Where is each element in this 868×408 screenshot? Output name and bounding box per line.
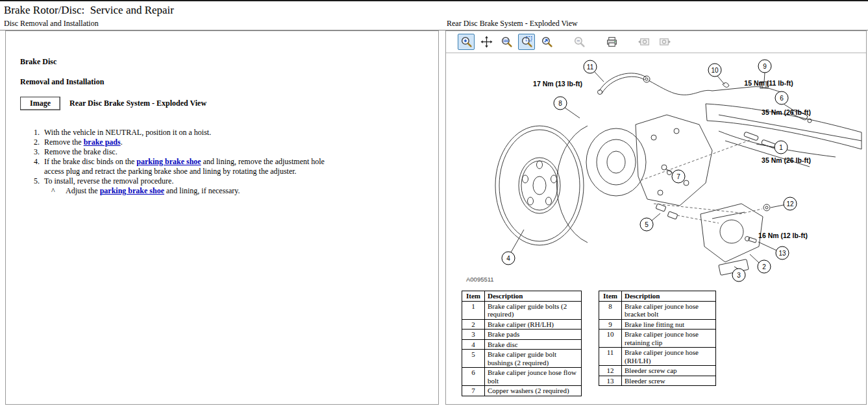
prev-image-icon [636, 34, 652, 50]
hub-knuckle-drawing [586, 115, 712, 206]
pan-icon[interactable] [478, 34, 495, 50]
svg-text:13: 13 [778, 250, 786, 257]
print-icon[interactable] [603, 34, 620, 50]
image-toolbar: 100 [446, 31, 866, 53]
callout-7: 7 [672, 170, 685, 183]
step-text: If the brake disc binds on the parking b… [44, 157, 338, 176]
col-header-description: Description [485, 291, 582, 302]
step-number: 4. [27, 157, 40, 176]
torque-label: 35 Nm (26 lb-ft) [762, 108, 811, 116]
substep-marker: ^ [51, 186, 59, 196]
torque-label: 16 Nm (12 lb-ft) [758, 232, 808, 239]
svg-text:1: 1 [779, 144, 783, 151]
image-row: Image Rear Disc Brake System - Exploded … [20, 97, 425, 110]
image-button[interactable]: Image [20, 97, 60, 110]
svg-text:3: 3 [737, 272, 741, 279]
table-row: 6Brake caliper jounce hose flow bolt [462, 368, 582, 386]
table-row: 5Brake caliper guide bolt bushings (2 re… [462, 350, 582, 368]
image-viewer-panel: 100 [445, 30, 867, 405]
parts-tables: Item Description 1Brake caliper guide bo… [462, 291, 716, 396]
table-row: 11Brake caliper jounce hose (RH/LH) [599, 348, 716, 366]
table-row: 8Brake caliper jounce hose bracket bolt [599, 301, 716, 319]
zoom-window-icon[interactable] [518, 34, 535, 50]
procedure-step: 5. To install, reverse the removal proce… [27, 176, 425, 186]
image-caption: Rear Disc Brake System - Exploded View [69, 99, 206, 108]
svg-text:7: 7 [676, 173, 680, 180]
callout-4: 4 [502, 252, 515, 265]
zoom-in-icon[interactable] [458, 34, 475, 50]
procedure-panel: Brake Disc Removal and Installation Imag… [5, 30, 439, 405]
page-subtitle: Disc Removal and Installation [4, 19, 99, 29]
step-text: Remove the brake pads. [44, 138, 338, 147]
parking-brake-shoe-link[interactable]: parking brake shoe [136, 157, 201, 166]
callout-5: 5 [640, 218, 653, 231]
table-row: 1Brake caliper guide bolts (2 required) [462, 301, 582, 319]
figure-id: A0095511 [466, 276, 494, 283]
torque-label: 15 Nm (11 lb-ft) [744, 79, 793, 87]
brake-disc-drawing [495, 126, 584, 245]
table-row: 2Brake caliper (RH/LH) [462, 319, 582, 330]
col-header-description: Description [622, 291, 716, 302]
caliper-drawing [701, 204, 763, 275]
table-row: 4Brake disc [462, 339, 582, 350]
jounce-hose-drawing [598, 73, 675, 95]
step-text: To install, reverse the removal procedur… [44, 176, 338, 186]
procedure-step: 4. If the brake disc binds on the parkin… [27, 157, 425, 176]
substep-text: Adjust the parking brake shoe and lining… [66, 186, 240, 196]
callout-3: 3 [732, 269, 745, 282]
subsection-heading: Removal and Installation [20, 77, 425, 87]
page-title: Brake Rotor/Disc: Service and Repair [4, 4, 174, 17]
procedure-step: 2. Remove the brake pads. [27, 138, 425, 147]
procedure-step: 1. With the vehicle in NEUTRAL, position… [27, 128, 425, 138]
callout-10: 10 [708, 64, 721, 77]
callout-6: 6 [775, 91, 788, 104]
svg-text:12: 12 [786, 200, 794, 208]
next-image-icon [656, 34, 673, 50]
parking-brake-shoe-link[interactable]: parking brake shoe [100, 186, 164, 195]
bushings-drawing [656, 204, 678, 219]
diagram-title: Rear Disc Brake System - Exploded View [447, 19, 578, 29]
step-text: With the vehicle in NEUTRAL, position it… [44, 128, 338, 138]
torque-label: 17 Nm (13 lb-ft) [533, 80, 582, 88]
table-row: 9Brake line fitting nut [599, 319, 716, 330]
callout-9: 9 [758, 60, 771, 73]
zoom-100-icon[interactable]: 100 [498, 34, 515, 50]
table-row: 12Bleeder screw cap [599, 366, 716, 376]
callout-11: 11 [584, 60, 597, 73]
svg-text:8: 8 [558, 100, 562, 107]
callout-1: 1 [775, 141, 787, 154]
top-divider [0, 0, 868, 1]
table-row: 10Brake caliper jounce hose retaining cl… [599, 330, 716, 348]
callout-8: 8 [554, 97, 567, 110]
svg-text:10: 10 [711, 67, 719, 74]
step-number: 2. [27, 138, 40, 147]
table-row: 7Copper washers (2 required) [462, 386, 582, 396]
zoom-dynamic-icon[interactable] [538, 34, 555, 50]
app-window: Brake Rotor/Disc: Service and Repair Dis… [0, 0, 868, 408]
torque-label: 35 Nm (26 lb-ft) [762, 156, 811, 164]
callout-2: 2 [758, 260, 771, 273]
exploded-view-diagram[interactable]: 17 Nm (13 lb-ft) 15 Nm (11 lb-ft) 35 Nm … [446, 53, 866, 288]
step-number: 3. [27, 147, 40, 157]
zoom-out-icon [571, 34, 588, 50]
callout-13: 13 [776, 246, 789, 259]
svg-text:2: 2 [762, 263, 766, 270]
brake-pads-link[interactable]: brake pads [84, 138, 121, 147]
table-row: 3Brake pads [462, 330, 582, 340]
section-heading: Brake Disc [20, 57, 425, 67]
svg-text:9: 9 [763, 63, 767, 70]
col-header-item: Item [462, 291, 485, 302]
svg-text:5: 5 [645, 221, 649, 228]
procedure-steps: 1. With the vehicle in NEUTRAL, position… [27, 128, 425, 196]
procedure-step: 3. Remove the brake disc. [27, 147, 425, 157]
step-number: 5. [27, 176, 40, 186]
svg-text:100: 100 [502, 40, 508, 43]
step-text: Remove the brake disc. [44, 147, 338, 157]
col-header-item: Item [599, 291, 622, 302]
guide-bolts-drawing [743, 132, 776, 149]
callout-12: 12 [784, 197, 797, 210]
step-number: 1. [27, 128, 40, 138]
parts-table-left: Item Description 1Brake caliper guide bo… [462, 291, 582, 396]
svg-text:6: 6 [780, 95, 784, 102]
table-row: 13Bleeder screw [599, 376, 716, 386]
